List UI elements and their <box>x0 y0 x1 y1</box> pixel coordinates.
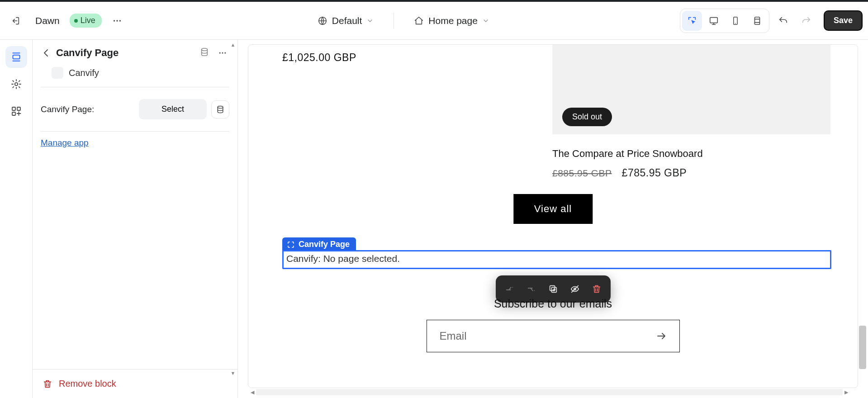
selected-section-tag[interactable]: Canvify Page <box>282 237 356 251</box>
section-icon <box>287 241 295 249</box>
trash-icon <box>43 379 52 389</box>
sidebar: ▲ Canvify Page Canvify Canvify Page: <box>33 40 238 398</box>
chevron-down-icon <box>482 17 489 24</box>
delete-button[interactable] <box>586 279 607 299</box>
sold-out-badge: Sold out <box>562 108 612 126</box>
sections-tab[interactable] <box>5 46 27 68</box>
svg-rect-8 <box>13 55 19 59</box>
save-button[interactable]: Save <box>824 10 863 31</box>
exit-editor-button[interactable] <box>5 11 25 31</box>
divider <box>394 13 394 29</box>
section-placeholder-text: Canvify: No page selected. <box>286 253 400 264</box>
svg-point-15 <box>222 52 223 54</box>
svg-rect-4 <box>710 17 718 23</box>
setting-label: Canvify Page: <box>41 104 94 114</box>
sale-price: £785.95 GBP <box>622 167 687 179</box>
redo-button[interactable] <box>797 11 816 31</box>
back-button[interactable] <box>41 47 52 58</box>
topbar: Dawn Live Default Home page <box>0 2 868 40</box>
move-down-button[interactable] <box>521 279 542 299</box>
dynamic-source-icon[interactable] <box>199 47 209 59</box>
svg-rect-10 <box>12 107 15 110</box>
svg-point-13 <box>202 48 208 51</box>
submit-arrow-icon <box>656 331 667 341</box>
canvify-page-setting: Canvify Page: Select <box>33 87 237 130</box>
compare-at-price: £885.95 GBP <box>552 168 612 179</box>
duplicate-button[interactable] <box>543 279 564 299</box>
product-image-placeholder: Sold out <box>552 44 830 134</box>
home-icon <box>414 16 424 26</box>
svg-rect-11 <box>17 107 20 110</box>
theme-name: Dawn <box>35 15 60 26</box>
svg-rect-12 <box>12 112 15 115</box>
locale-label: Default <box>332 15 362 26</box>
preview-canvas[interactable]: £1,025.00 GBP Sold out The Compare at Pr… <box>238 40 868 398</box>
left-rail <box>0 40 33 398</box>
fullscreen-preview-button[interactable] <box>747 11 767 31</box>
remove-block-label: Remove block <box>59 379 116 389</box>
selected-section-box[interactable]: Canvify: No page selected. <box>282 250 831 269</box>
theme-settings-tab[interactable] <box>5 73 27 95</box>
undo-button[interactable] <box>773 11 793 31</box>
chevron-down-icon <box>366 17 374 24</box>
section-tag-label: Canvify Page <box>299 240 350 249</box>
product-card: Sold out The Compare at Price Snowboard … <box>552 44 830 179</box>
locale-selector[interactable]: Default <box>312 13 379 29</box>
desktop-preview-button[interactable] <box>704 11 724 31</box>
product-price: £1,025.00 GBP <box>282 52 356 64</box>
mobile-preview-button[interactable] <box>726 11 745 31</box>
svg-point-14 <box>219 52 221 54</box>
page-label: Home page <box>428 15 478 26</box>
globe-icon <box>318 16 327 26</box>
live-badge: Live <box>70 14 102 28</box>
block-label: Canvify <box>69 68 99 78</box>
more-actions-button[interactable] <box>107 11 127 31</box>
move-up-button[interactable] <box>499 279 520 299</box>
app-embeds-tab[interactable] <box>5 100 27 122</box>
svg-point-17 <box>218 106 223 108</box>
svg-point-1 <box>116 20 118 21</box>
manage-app-link[interactable]: Manage app <box>41 138 89 147</box>
subscribe-heading: Subscribe to our emails <box>494 297 612 310</box>
block-icon <box>52 67 63 79</box>
page-selector[interactable]: Home page <box>408 13 495 29</box>
view-all-button[interactable]: View all <box>513 194 593 224</box>
sidebar-scroll-up[interactable]: ▲ <box>230 42 236 48</box>
canvas-vertical-scrollbar[interactable] <box>859 45 866 387</box>
svg-point-2 <box>119 20 121 21</box>
svg-rect-7 <box>754 17 759 24</box>
section-more-button[interactable] <box>216 46 229 60</box>
connect-dynamic-source-button[interactable] <box>211 100 229 118</box>
remove-block-button[interactable]: Remove block <box>33 369 237 398</box>
svg-point-9 <box>14 83 17 85</box>
svg-point-0 <box>114 20 115 21</box>
sidebar-scroll-down[interactable]: ▼ <box>230 370 236 376</box>
svg-point-6 <box>735 23 736 24</box>
svg-point-16 <box>224 52 226 54</box>
section-title: Canvify Page <box>56 47 119 59</box>
block-item-canvify[interactable]: Canvify <box>33 64 237 86</box>
inspector-mode-button[interactable] <box>682 11 702 31</box>
viewport-switcher <box>680 9 769 33</box>
email-subscribe-field[interactable]: Email <box>427 320 680 352</box>
select-page-button[interactable]: Select <box>139 99 207 119</box>
email-placeholder: Email <box>440 330 467 342</box>
product-title: The Compare at Price Snowboard <box>552 148 830 160</box>
hide-button[interactable] <box>564 279 585 299</box>
canvas-horizontal-scrollbar[interactable]: ◀▶ <box>249 389 850 395</box>
